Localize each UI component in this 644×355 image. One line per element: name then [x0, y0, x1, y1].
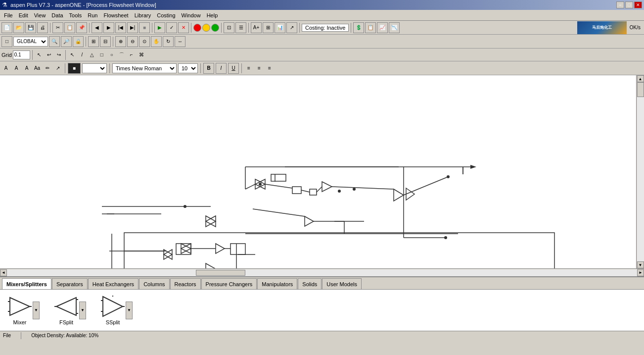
- last-button[interactable]: ▶|: [127, 22, 138, 33]
- costing-btn4[interactable]: 📉: [389, 22, 400, 33]
- check-button[interactable]: ✓: [166, 22, 177, 33]
- draw-arrow-btn[interactable]: ↖: [35, 51, 44, 59]
- scroll-track-vertical[interactable]: [637, 82, 644, 261]
- line-style-select[interactable]: [82, 63, 107, 73]
- view-btn2[interactable]: ☰: [235, 22, 246, 33]
- text-btn4[interactable]: Aa: [33, 64, 42, 73]
- rect-btn[interactable]: □: [97, 51, 106, 59]
- cursor-btn[interactable]: ↖: [68, 51, 77, 59]
- chart-btn[interactable]: 📊: [275, 22, 285, 33]
- run-button[interactable]: ▶: [154, 22, 165, 33]
- tab-columns[interactable]: Columns: [139, 278, 169, 289]
- pencil-btn[interactable]: ✏: [43, 64, 52, 73]
- triangle-btn[interactable]: △: [88, 51, 96, 59]
- component-fsplit[interactable]: FSplit: [54, 296, 78, 325]
- maximize-button[interactable]: □: [625, 1, 633, 8]
- align-left-btn[interactable]: ≡: [244, 64, 253, 73]
- canvas-area[interactable]: [0, 75, 644, 268]
- align-center-btn[interactable]: ≡: [255, 64, 264, 73]
- menu-item-data[interactable]: Data: [48, 11, 66, 19]
- back-button[interactable]: ◀: [92, 22, 102, 33]
- rotate-btn[interactable]: ↻: [163, 36, 174, 47]
- lock-btn[interactable]: 🔒: [73, 36, 84, 47]
- tab-manipulators[interactable]: Manipulators: [257, 278, 297, 289]
- fsplit-dropdown[interactable]: ▼: [79, 302, 86, 319]
- text-btn3[interactable]: A: [22, 64, 31, 73]
- forward-button[interactable]: ▶: [103, 22, 114, 33]
- scroll-thumb-horizontal[interactable]: [196, 270, 245, 276]
- costing-btn1[interactable]: 💲: [353, 22, 364, 33]
- view-btn1[interactable]: ⊡: [224, 22, 234, 33]
- tb2-btn1[interactable]: □: [1, 36, 12, 47]
- draw-redo-btn[interactable]: ↪: [54, 51, 63, 59]
- scroll-up-button[interactable]: ▲: [637, 75, 644, 82]
- component-ssplit[interactable]: SSplit: [101, 296, 125, 325]
- first-button[interactable]: |◀: [115, 22, 126, 33]
- costing-btn2[interactable]: 📋: [365, 22, 376, 33]
- underline-button[interactable]: U: [228, 63, 239, 74]
- menu-item-flowsheet[interactable]: Flowsheet: [100, 11, 131, 19]
- align-right-btn[interactable]: ≡: [265, 64, 274, 73]
- text-btn2[interactable]: A: [12, 64, 21, 73]
- find-btn[interactable]: 🔎: [61, 36, 72, 47]
- menu-item-help[interactable]: Help: [204, 11, 221, 19]
- tab-solids[interactable]: Solids: [298, 278, 322, 289]
- zoom-fit-btn[interactable]: ⊙: [139, 36, 150, 47]
- cut-button[interactable]: ✂: [52, 22, 63, 33]
- stop-button[interactable]: ■: [139, 22, 150, 33]
- scroll-down-button[interactable]: ▼: [637, 261, 644, 268]
- horizontal-scrollbar[interactable]: ◄ ►: [0, 268, 644, 276]
- global-select[interactable]: GLOBAL: [13, 37, 48, 47]
- scroll-track-horizontal[interactable]: [7, 269, 637, 276]
- minimize-button[interactable]: −: [616, 1, 624, 8]
- connector2-btn[interactable]: ↗: [53, 64, 62, 73]
- menu-item-file[interactable]: File: [1, 11, 16, 19]
- table-btn[interactable]: ⊞: [263, 22, 274, 33]
- search-btn[interactable]: 🔍: [49, 36, 60, 47]
- poly-btn[interactable]: ⌘: [137, 51, 146, 59]
- tab-pressure-changers[interactable]: Pressure Changers: [201, 278, 257, 289]
- save-button[interactable]: 💾: [25, 22, 36, 33]
- error-button[interactable]: ✕: [178, 22, 189, 33]
- vertical-scrollbar[interactable]: ▲ ▼: [636, 75, 644, 268]
- circle-green[interactable]: [211, 24, 219, 32]
- scroll-right-button[interactable]: ►: [637, 269, 644, 276]
- connector-btn[interactable]: ⌐: [127, 51, 136, 59]
- mixer-dropdown[interactable]: ▼: [33, 302, 40, 319]
- new-button[interactable]: 📄: [1, 22, 12, 33]
- pan-btn[interactable]: ✋: [151, 36, 162, 47]
- line-btn[interactable]: /: [78, 51, 87, 59]
- close-button[interactable]: ✕: [634, 1, 642, 8]
- scroll-left-button[interactable]: ◄: [0, 269, 7, 276]
- costing-btn3[interactable]: 📈: [377, 22, 388, 33]
- zoom-in-btn[interactable]: ⊕: [115, 36, 126, 47]
- menu-item-view[interactable]: View: [31, 11, 49, 19]
- circle-yellow[interactable]: [202, 24, 210, 32]
- tab-user-models[interactable]: User Models: [322, 278, 362, 289]
- text-btn1[interactable]: A: [1, 64, 10, 73]
- custom-btn1[interactable]: ⊞: [88, 36, 99, 47]
- flip-btn[interactable]: ↔: [175, 36, 185, 47]
- circle-red[interactable]: [193, 24, 201, 32]
- aspen-btn[interactable]: A+: [251, 22, 262, 33]
- menu-item-library[interactable]: Library: [132, 11, 154, 19]
- tab-reactors[interactable]: Reactors: [170, 278, 201, 289]
- bold-button[interactable]: B: [203, 63, 214, 74]
- arc-btn[interactable]: ⌒: [117, 51, 126, 59]
- export-btn[interactable]: ↗: [286, 22, 297, 33]
- tab-separators[interactable]: Separators: [52, 278, 88, 289]
- tab-heat-exchangers[interactable]: Heat Exchangers: [88, 278, 138, 289]
- grid-input[interactable]: [13, 51, 30, 59]
- custom-btn2[interactable]: ⊟: [100, 36, 111, 47]
- font-family-select[interactable]: Times New Roman: [112, 63, 177, 73]
- fill-btn[interactable]: ■: [68, 63, 81, 74]
- draw-undo-btn[interactable]: ↩: [45, 51, 53, 59]
- paste-button[interactable]: 📌: [76, 22, 87, 33]
- font-size-select[interactable]: 10: [178, 63, 198, 73]
- scroll-thumb-vertical[interactable]: [637, 82, 644, 97]
- menu-item-costing[interactable]: Costing: [154, 11, 178, 19]
- circle-btn[interactable]: ○: [107, 51, 116, 59]
- tab-mixers/splitters[interactable]: Mixers/Splitters: [2, 278, 51, 289]
- component-mixer[interactable]: Mixer: [8, 296, 32, 325]
- menu-item-edit[interactable]: Edit: [16, 11, 31, 19]
